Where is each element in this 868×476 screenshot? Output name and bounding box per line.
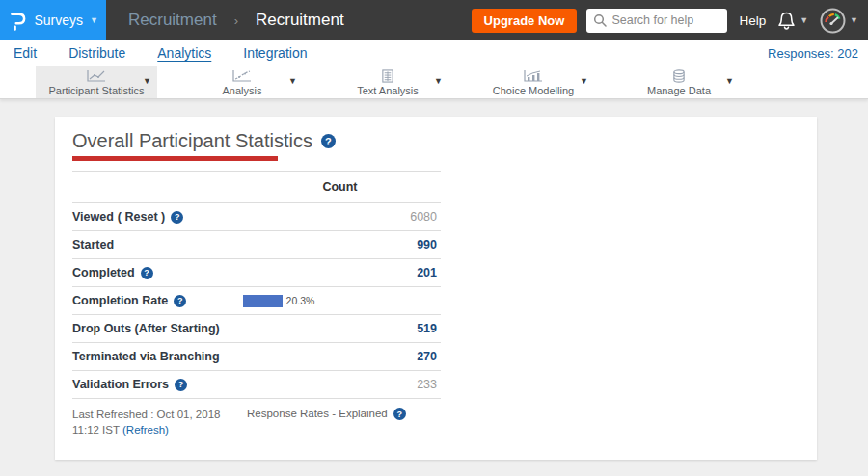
tab-choice-modelling[interactable]: Choice Modelling ▼ [473, 66, 594, 98]
row-value: 270 [243, 350, 441, 363]
row-label: Started [72, 238, 243, 251]
top-header: Surveys ▼ Recruitment › Recruitment Upgr… [0, 0, 868, 40]
response-rates-link[interactable]: Response Rates - Explained [247, 408, 388, 419]
bell-icon [777, 11, 796, 31]
document-grid-icon [380, 69, 395, 83]
chevron-down-icon: ▼ [800, 15, 808, 25]
row-label-text: Drop Outs (After Starting) [72, 322, 220, 335]
row-label: Terminated via Branching [72, 350, 243, 363]
table-row-drop-outs: Drop Outs (After Starting) 519 [72, 315, 441, 343]
chevron-down-icon: ▼ [850, 15, 858, 25]
participant-statistics-card: Overall Participant Statistics Count Vie… [55, 117, 817, 460]
row-label-text: Validation Errors [72, 378, 169, 391]
count-column-header: Count [243, 180, 441, 194]
chevron-down-icon[interactable]: ▼ [725, 76, 734, 86]
nav-item-distribute[interactable]: Distribute [68, 45, 125, 61]
trend-chart-icon [231, 69, 253, 83]
card-footer: Last Refreshed : Oct 01, 2018 11:12 IST … [72, 408, 441, 437]
row-label-text: Terminated via Branching [72, 350, 220, 363]
row-label: Completion Rate [72, 294, 243, 307]
page-body: Overall Participant Statistics Count Vie… [0, 99, 868, 476]
row-value: 990 [243, 238, 441, 251]
row-label-text: Started [72, 238, 114, 251]
tab-label: Text Analysis [357, 85, 419, 96]
table-row-started: Started 990 [72, 231, 441, 259]
nav-item-integration[interactable]: Integration [243, 45, 307, 61]
completion-rate-percent: 20.3% [286, 295, 315, 306]
chevron-down-icon[interactable]: ▼ [434, 76, 443, 86]
product-menu-label: Surveys [35, 13, 84, 28]
title-underline [72, 156, 278, 161]
tab-text-analysis[interactable]: Text Analysis ▼ [327, 66, 448, 98]
row-label: Viewed ( Reset ) [72, 210, 243, 224]
tab-analysis[interactable]: Analysis ▼ [181, 66, 303, 98]
row-label: Completed [72, 266, 243, 279]
chevron-down-icon[interactable]: ▼ [580, 76, 588, 86]
statistics-table: Count Viewed ( Reset ) 6080 Started 990 … [72, 171, 441, 399]
analytics-toolbar: Participant Statistics ▼ Analysis ▼ Text… [0, 66, 868, 99]
account-menu-button[interactable]: ▼ [820, 8, 858, 34]
tab-label: Manage Data [647, 85, 711, 96]
row-label-text: Viewed [72, 210, 114, 224]
table-row-validation-errors: Validation Errors 233 [72, 371, 441, 399]
row-label: Drop Outs (After Starting) [72, 322, 243, 335]
help-icon[interactable] [174, 295, 186, 307]
breadcrumb-current: Recruitment [256, 11, 344, 30]
responses-count: Responses: 202 [768, 46, 858, 61]
row-label-text: Completed [72, 266, 135, 279]
nav-item-edit[interactable]: Edit [14, 45, 37, 61]
reset-link[interactable]: ( Reset ) [118, 210, 165, 224]
card-title-row: Overall Participant Statistics [72, 130, 817, 152]
search-input[interactable] [586, 9, 727, 33]
breadcrumb-parent-link[interactable]: Recruitment [128, 11, 217, 30]
breadcrumb-separator-icon: › [234, 13, 238, 28]
help-search [586, 9, 727, 33]
completion-rate-bar [243, 295, 283, 307]
table-row-viewed: Viewed ( Reset ) 6080 [72, 203, 441, 231]
avatar-gauge-icon [820, 8, 846, 34]
response-rates-explained: Response Rates - Explained [247, 408, 406, 437]
row-label: Validation Errors [72, 378, 243, 391]
table-row-terminated: Terminated via Branching 270 [72, 343, 441, 371]
help-icon[interactable] [141, 267, 153, 279]
row-value: 201 [243, 266, 441, 279]
chevron-down-icon[interactable]: ▼ [143, 76, 151, 86]
tab-manage-data[interactable]: Manage Data ▼ [618, 66, 740, 98]
tab-participant-statistics[interactable]: Participant Statistics ▼ [36, 66, 157, 98]
help-icon[interactable] [175, 379, 187, 391]
table-header-row: Count [72, 172, 441, 203]
refresh-link[interactable]: (Refresh) [122, 424, 169, 436]
line-chart-icon [86, 69, 107, 83]
help-icon[interactable] [321, 134, 336, 148]
upgrade-now-button[interactable]: Upgrade Now [472, 9, 578, 33]
database-icon [671, 69, 687, 83]
last-refreshed: Last Refreshed : Oct 01, 2018 11:12 IST … [72, 408, 247, 437]
chevron-down-icon: ▼ [90, 15, 98, 25]
page-title: Overall Participant Statistics [72, 130, 312, 152]
help-icon[interactable] [393, 408, 406, 420]
tab-label: Choice Modelling [493, 85, 574, 96]
row-value: 6080 [243, 210, 441, 224]
search-icon [593, 13, 607, 27]
table-row-completion-rate: Completion Rate 20.3% [72, 287, 441, 315]
row-value: 20.3% [243, 295, 441, 307]
row-value: 519 [243, 322, 441, 335]
header-actions: Upgrade Now Help ▼ ▼ [472, 0, 868, 40]
questionpro-logo-icon [10, 7, 27, 34]
table-row-completed: Completed 201 [72, 259, 441, 287]
chevron-down-icon[interactable]: ▼ [288, 76, 297, 86]
tab-label: Analysis [223, 85, 262, 96]
row-value: 233 [243, 378, 441, 391]
help-icon[interactable] [171, 211, 183, 224]
row-label-text: Completion Rate [72, 294, 168, 307]
breadcrumb: Recruitment › Recruitment [128, 0, 344, 40]
mixed-chart-icon [523, 69, 544, 83]
surveys-menu-button[interactable]: Surveys ▼ [0, 0, 106, 40]
survey-nav: Edit Distribute Analytics Integration Re… [0, 40, 868, 66]
nav-item-analytics[interactable]: Analytics [157, 45, 211, 61]
tab-label: Participant Statistics [48, 85, 144, 96]
notifications-button[interactable]: ▼ [777, 11, 808, 31]
help-link[interactable]: Help [739, 13, 766, 28]
